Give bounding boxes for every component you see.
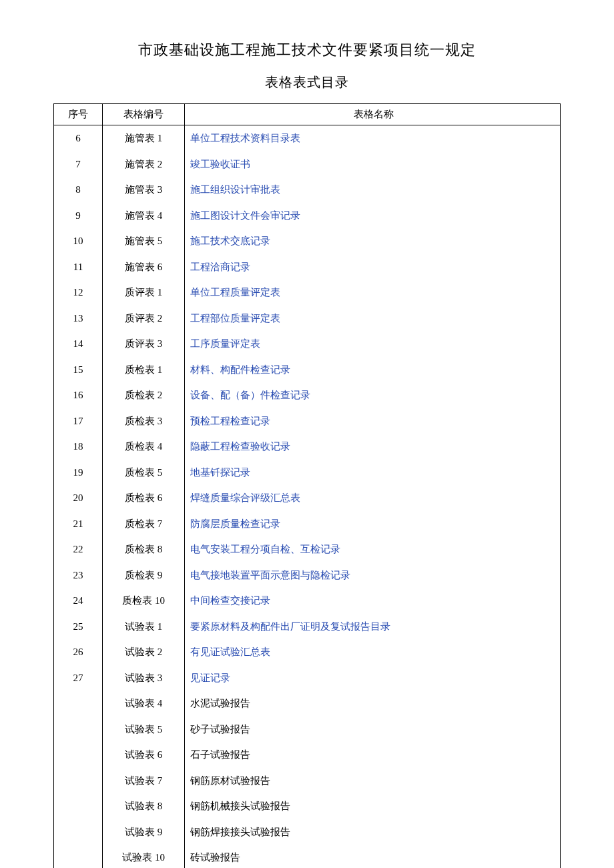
cell-name[interactable]: 见证记录 — [185, 665, 561, 691]
toc-link[interactable]: 防腐层质量检查记录 — [190, 518, 280, 529]
cell-seq: 12 — [54, 280, 103, 306]
toc-link[interactable]: 地基钎探记录 — [190, 467, 250, 478]
cell-seq: 10 — [54, 228, 103, 254]
cell-code: 质评表 1 — [103, 280, 185, 306]
table-row: 试验表 5砂子试验报告 — [54, 717, 561, 743]
cell-code: 试验表 3 — [103, 665, 185, 691]
toc-link[interactable]: 有见证试验汇总表 — [190, 646, 270, 657]
header-code: 表格编号 — [103, 104, 185, 125]
table-row: 15质检表 1材料、构配件检查记录 — [54, 357, 561, 383]
cell-code: 试验表 5 — [103, 717, 185, 743]
table-row: 试验表 8钢筋机械接头试验报告 — [54, 793, 561, 819]
cell-name[interactable]: 施工组织设计审批表 — [185, 177, 561, 203]
cell-name[interactable]: 施工图设计文件会审记录 — [185, 203, 561, 229]
toc-link[interactable]: 见证记录 — [190, 673, 230, 683]
toc-link[interactable]: 工程洽商记录 — [190, 262, 250, 272]
cell-seq: 19 — [54, 460, 103, 486]
table-row: 16质检表 2设备、配（备）件检查记录 — [54, 382, 561, 408]
cell-name: 石子试验报告 — [185, 742, 561, 768]
cell-code: 质检表 2 — [103, 382, 185, 408]
table-row: 10施管表 5施工技术交底记录 — [54, 228, 561, 254]
cell-seq: 7 — [54, 151, 103, 177]
cell-name[interactable]: 工程部位质量评定表 — [185, 306, 561, 332]
cell-code: 试验表 10 — [103, 845, 185, 868]
cell-name[interactable]: 工程洽商记录 — [185, 254, 561, 280]
cell-seq — [54, 768, 103, 794]
cell-name[interactable]: 要紧原材料及构配件出厂证明及复试报告目录 — [185, 614, 561, 640]
cell-seq: 11 — [54, 254, 103, 280]
cell-seq — [54, 845, 103, 868]
toc-link[interactable]: 竣工验收证书 — [190, 159, 250, 169]
cell-seq: 20 — [54, 485, 103, 511]
toc-link[interactable]: 预检工程检查记录 — [190, 416, 270, 426]
toc-link[interactable]: 设备、配（备）件检查记录 — [190, 390, 310, 400]
cell-code: 试验表 4 — [103, 691, 185, 717]
cell-seq — [54, 717, 103, 743]
cell-code: 施管表 5 — [103, 228, 185, 254]
cell-name[interactable]: 竣工验收证书 — [185, 151, 561, 177]
cell-name[interactable]: 中间检查交接记录 — [185, 588, 561, 614]
cell-name[interactable]: 预检工程检查记录 — [185, 408, 561, 434]
cell-seq: 9 — [54, 203, 103, 229]
table-row: 试验表 9钢筋焊接接头试验报告 — [54, 819, 561, 845]
toc-link[interactable]: 要紧原材料及构配件出厂证明及复试报告目录 — [190, 621, 390, 632]
table-row: 25试验表 1要紧原材料及构配件出厂证明及复试报告目录 — [54, 614, 561, 640]
cell-name[interactable]: 施工技术交底记录 — [185, 228, 561, 254]
cell-name[interactable]: 材料、构配件检查记录 — [185, 357, 561, 383]
cell-name: 砖试验报告 — [185, 845, 561, 868]
cell-name: 钢筋机械接头试验报告 — [185, 793, 561, 819]
toc-link[interactable]: 工序质量评定表 — [190, 338, 260, 349]
toc-link[interactable]: 中间检查交接记录 — [190, 595, 270, 606]
cell-name[interactable]: 隐蔽工程检查验收记录 — [185, 434, 561, 460]
cell-seq: 13 — [54, 306, 103, 332]
toc-link[interactable]: 施工组织设计审批表 — [190, 184, 280, 195]
toc-link[interactable]: 施工图设计文件会审记录 — [190, 210, 300, 221]
table-row: 试验表 4水泥试验报告 — [54, 691, 561, 717]
table-row: 6施管表 1单位工程技术资料目录表 — [54, 125, 561, 151]
cell-name[interactable]: 地基钎探记录 — [185, 460, 561, 486]
table-row: 11施管表 6工程洽商记录 — [54, 254, 561, 280]
cell-code: 试验表 1 — [103, 614, 185, 640]
cell-name[interactable]: 单位工程质量评定表 — [185, 280, 561, 306]
cell-name[interactable]: 工序质量评定表 — [185, 331, 561, 357]
cell-seq: 26 — [54, 639, 103, 665]
toc-link[interactable]: 工程部位质量评定表 — [190, 313, 280, 324]
toc-link[interactable]: 电气接地装置平面示意图与隐检记录 — [190, 570, 350, 580]
cell-code: 施管表 4 — [103, 203, 185, 229]
table-row: 19质检表 5地基钎探记录 — [54, 460, 561, 486]
toc-link[interactable]: 施工技术交底记录 — [190, 236, 270, 246]
cell-seq: 23 — [54, 562, 103, 588]
toc-link[interactable]: 焊缝质量综合评级汇总表 — [190, 492, 300, 503]
cell-code: 质检表 7 — [103, 511, 185, 537]
cell-seq: 21 — [54, 511, 103, 537]
toc-link[interactable]: 单位工程技术资料目录表 — [190, 133, 300, 143]
cell-seq: 14 — [54, 331, 103, 357]
table-row: 14质评表 3工序质量评定表 — [54, 331, 561, 357]
cell-name[interactable]: 电气接地装置平面示意图与隐检记录 — [185, 562, 561, 588]
cell-code: 施管表 1 — [103, 125, 185, 151]
table-row: 9施管表 4施工图设计文件会审记录 — [54, 203, 561, 229]
table-row: 12质评表 1单位工程质量评定表 — [54, 280, 561, 306]
cell-name[interactable]: 单位工程技术资料目录表 — [185, 125, 561, 151]
cell-name[interactable]: 设备、配（备）件检查记录 — [185, 382, 561, 408]
table-row: 26试验表 2有见证试验汇总表 — [54, 639, 561, 665]
table-row: 20质检表 6焊缝质量综合评级汇总表 — [54, 485, 561, 511]
cell-code: 试验表 6 — [103, 742, 185, 768]
cell-code: 施管表 6 — [103, 254, 185, 280]
cell-name[interactable]: 焊缝质量综合评级汇总表 — [185, 485, 561, 511]
cell-name[interactable]: 电气安装工程分项自检、互检记录 — [185, 536, 561, 562]
cell-seq — [54, 819, 103, 845]
cell-name: 砂子试验报告 — [185, 717, 561, 743]
toc-link[interactable]: 隐蔽工程检查验收记录 — [190, 441, 290, 452]
cell-seq: 25 — [54, 614, 103, 640]
toc-link[interactable]: 材料、构配件检查记录 — [190, 364, 290, 375]
cell-name[interactable]: 有见证试验汇总表 — [185, 639, 561, 665]
header-name: 表格名称 — [185, 104, 561, 125]
table-row: 17质检表 3预检工程检查记录 — [54, 408, 561, 434]
toc-link[interactable]: 电气安装工程分项自检、互检记录 — [190, 544, 340, 554]
cell-code: 试验表 8 — [103, 793, 185, 819]
cell-name: 钢筋焊接接头试验报告 — [185, 819, 561, 845]
cell-name[interactable]: 防腐层质量检查记录 — [185, 511, 561, 537]
cell-code: 质检表 4 — [103, 434, 185, 460]
toc-link[interactable]: 单位工程质量评定表 — [190, 287, 280, 298]
